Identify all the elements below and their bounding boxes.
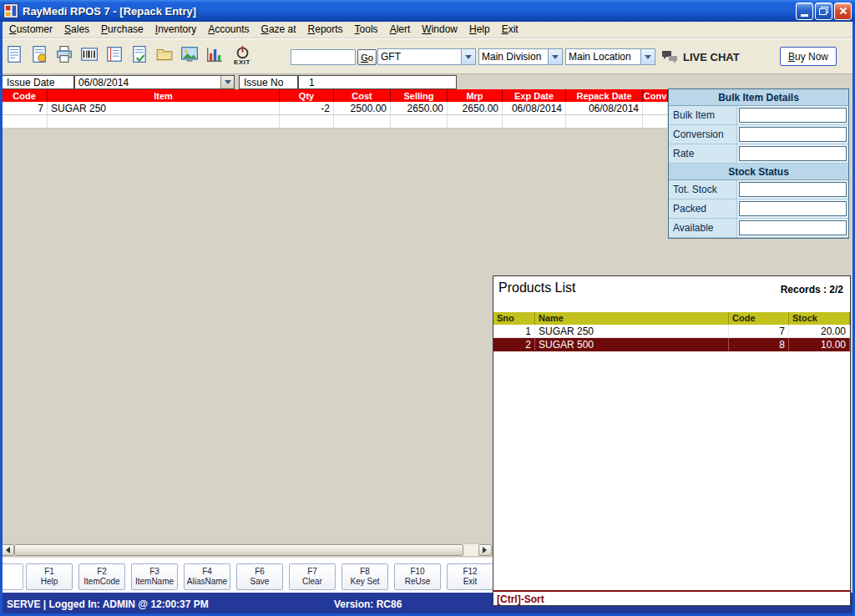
- chart-icon[interactable]: [205, 45, 224, 63]
- product-row-selected[interactable]: 2 SUGAR 500 8 10.00: [493, 338, 850, 351]
- f7-clear-button[interactable]: F7Clear: [289, 563, 336, 590]
- status-logged-in: SERVE | Logged In: ADMIN @ 12:00:37 PM: [7, 598, 209, 610]
- product-sno: 1: [493, 325, 535, 337]
- exit-power-icon[interactable]: EXIT: [230, 45, 254, 66]
- menu-customer[interactable]: Customer: [3, 22, 58, 38]
- grid-row-empty[interactable]: [2, 115, 668, 129]
- products-list-title: Products List: [498, 280, 575, 295]
- menu-gaze-at[interactable]: Gaze at: [255, 22, 302, 38]
- cell-empty: [448, 115, 503, 128]
- grid-header-exp-date[interactable]: Exp Date: [503, 89, 566, 102]
- cell-code: 7: [2, 102, 48, 114]
- packed-input[interactable]: [739, 201, 847, 216]
- scroll-left-button[interactable]: [1, 544, 14, 556]
- report-icon[interactable]: [130, 45, 149, 63]
- fkey-label: ReUse: [405, 577, 431, 587]
- folder-icon[interactable]: [155, 45, 174, 63]
- product-row[interactable]: 1 SUGAR 250 7 20.00: [493, 325, 850, 338]
- menu-purchase[interactable]: Purchase: [95, 22, 149, 38]
- menu-sales[interactable]: Sales: [58, 22, 95, 38]
- bill-icon[interactable]: [30, 45, 48, 63]
- f8-keyset-button[interactable]: F8Key Set: [341, 563, 388, 590]
- available-input[interactable]: [739, 220, 847, 235]
- grid-row[interactable]: 7 SUGAR 250 -2 2500.00 2650.00 2650.00 0…: [2, 102, 668, 115]
- product-stock: 10.00: [789, 338, 850, 351]
- chevron-down-icon[interactable]: [461, 49, 475, 64]
- products-rows: 1 SUGAR 250 7 20.00 2 SUGAR 500 8 10.00: [493, 325, 850, 351]
- products-header-code[interactable]: Code: [729, 312, 789, 325]
- scroll-right-button[interactable]: [478, 544, 492, 556]
- grid-header-item[interactable]: Item: [48, 89, 280, 102]
- bulk-item-input[interactable]: [739, 108, 847, 123]
- f10-reuse-button[interactable]: F10ReUse: [394, 563, 441, 590]
- cell-exp-date: 06/08/2014: [503, 102, 566, 114]
- grid-header-conv[interactable]: Conv: [643, 89, 668, 102]
- f1-help-button[interactable]: F1Help: [26, 563, 73, 590]
- chevron-down-icon[interactable]: [548, 49, 562, 64]
- cell-cost: 2500.00: [334, 102, 391, 114]
- tot-stock-row: Tot. Stock: [669, 180, 848, 199]
- grid-header-cost[interactable]: Cost: [334, 89, 391, 102]
- issue-no-input[interactable]: 1: [298, 75, 457, 89]
- company-select[interactable]: GFT: [377, 48, 476, 65]
- live-chat-label: LIVE CHAT: [683, 51, 740, 63]
- picture-icon[interactable]: [180, 45, 199, 63]
- grid-header-qty[interactable]: Qty: [280, 89, 334, 102]
- products-header-sno[interactable]: Sno: [493, 312, 535, 325]
- product-sno: 2: [493, 338, 535, 351]
- grid-header-repack-date[interactable]: Repack Date: [566, 89, 643, 102]
- menu-alert[interactable]: Alert: [384, 22, 417, 38]
- menu-tools[interactable]: Tools: [349, 22, 384, 38]
- grid-header-code[interactable]: Code: [2, 89, 48, 102]
- chat-bubble-icon: [661, 50, 678, 63]
- fkey-label: AliasName: [187, 577, 227, 587]
- conversion-input[interactable]: [739, 127, 847, 142]
- grid-header-mrp[interactable]: Mrp: [448, 89, 503, 102]
- f4-aliasname-button[interactable]: F4AliasName: [184, 563, 230, 590]
- menu-inventory[interactable]: Inventory: [149, 22, 202, 38]
- f2-itemcode-button[interactable]: F2ItemCode: [78, 563, 125, 590]
- scrollbar-thumb[interactable]: [14, 544, 463, 556]
- f6-save-button[interactable]: F6Save: [236, 563, 283, 590]
- cell-empty: [2, 115, 48, 128]
- restore-button[interactable]: [815, 3, 832, 20]
- go-button[interactable]: Go: [357, 49, 377, 65]
- invoice-icon[interactable]: [5, 45, 23, 63]
- menu-reports[interactable]: Reports: [302, 22, 349, 38]
- live-chat-button[interactable]: LIVE CHAT: [661, 50, 740, 63]
- division-select[interactable]: Main Division: [478, 48, 563, 65]
- chevron-down-icon[interactable]: [640, 49, 655, 64]
- location-select-value: Main Location: [566, 49, 640, 64]
- menu-window[interactable]: Window: [416, 22, 463, 38]
- buy-now-button[interactable]: Buy Now: [780, 47, 837, 66]
- close-button[interactable]: [834, 3, 852, 20]
- rate-row: Rate: [669, 144, 848, 164]
- barcode-icon[interactable]: [80, 45, 99, 63]
- minimize-button[interactable]: [796, 3, 813, 20]
- search-input[interactable]: [291, 49, 356, 65]
- available-row: Available: [669, 219, 848, 238]
- ledger-icon[interactable]: [105, 45, 124, 63]
- menu-help[interactable]: Help: [463, 22, 496, 38]
- available-label: Available: [669, 219, 737, 237]
- f3-itemname-button[interactable]: F3ItemName: [131, 563, 178, 590]
- f12-exit-button[interactable]: F12Exit: [447, 563, 493, 590]
- grid-header-selling[interactable]: Selling: [391, 89, 448, 102]
- location-select[interactable]: Main Location: [565, 48, 655, 65]
- chevron-down-icon[interactable]: [220, 76, 234, 88]
- grid-header-row: Code Item Qty Cost Selling Mrp Exp Date …: [2, 89, 668, 102]
- printer-icon[interactable]: [55, 45, 73, 63]
- menu-accounts[interactable]: Accounts: [202, 22, 255, 38]
- issue-date-picker[interactable]: 06/08/2014: [74, 75, 235, 89]
- menu-exit[interactable]: Exit: [496, 22, 524, 38]
- cell-repack-date: 06/08/2014: [566, 102, 643, 114]
- blank-button[interactable]: [2, 563, 23, 590]
- division-select-value: Main Division: [479, 49, 548, 64]
- horizontal-scrollbar[interactable]: [0, 543, 493, 557]
- status-version: Version: RC86: [334, 598, 402, 610]
- products-header-name[interactable]: Name: [535, 312, 729, 325]
- product-code: 7: [729, 325, 789, 337]
- rate-input[interactable]: [739, 146, 847, 161]
- tot-stock-input[interactable]: [739, 182, 847, 197]
- products-header-stock[interactable]: Stock: [789, 312, 850, 325]
